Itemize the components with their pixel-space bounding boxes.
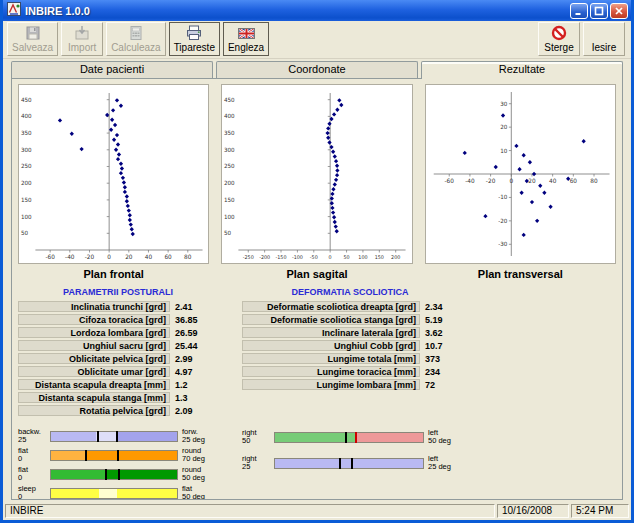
data-point — [326, 136, 330, 140]
uk-flag-icon — [238, 25, 255, 41]
svg-text:200: 200 — [21, 180, 32, 186]
svg-text:-60: -60 — [45, 254, 55, 260]
param-label: Oblicitate pelvica [grd] — [18, 353, 170, 364]
scoliotic-parameters-column: DEFORMATIA SCOLIOTICA Deformatie scoliot… — [242, 287, 468, 418]
gauge-segment — [356, 433, 423, 442]
data-point — [483, 214, 487, 218]
svg-text:50: 50 — [21, 230, 28, 236]
app-icon — [7, 2, 21, 20]
param-row: Deformatie scoliotica dreapta [grd]2.34 — [242, 301, 468, 312]
tab-date-pacienti[interactable]: Date pacienti — [11, 61, 213, 78]
gauge-left-label: backw.25 — [18, 428, 50, 444]
param-row: Lungime totala [mm]373 — [242, 353, 468, 364]
frontal-scatter-plot: -60-40-200204060805010015020025030035040… — [19, 86, 208, 262]
data-point — [338, 98, 342, 102]
import-button[interactable]: Import — [61, 22, 103, 56]
data-point — [493, 165, 497, 169]
param-label: Lungime lombara [mm] — [242, 379, 420, 390]
scoliotic-gauges: right50left50 degright25left25 deg — [242, 428, 466, 500]
gauge-row: right25left25 deg — [242, 455, 466, 471]
data-point — [117, 152, 121, 156]
gauge-marker — [351, 458, 353, 469]
gauge-marker — [116, 431, 118, 442]
svg-text:-20: -20 — [498, 218, 508, 224]
gauge-marker — [339, 458, 341, 469]
gauge-right-label: left50 deg — [424, 429, 466, 445]
param-label: Oblicitate umar [grd] — [18, 366, 170, 377]
svg-text:-100: -100 — [292, 254, 303, 260]
svg-text:-200: -200 — [259, 254, 270, 260]
data-point — [326, 126, 330, 130]
data-point — [527, 160, 531, 164]
close-button[interactable] — [610, 3, 628, 19]
no-entry-icon — [551, 25, 567, 41]
data-point — [532, 172, 536, 176]
titlebar[interactable]: INBIRE 1.0.0 — [3, 0, 631, 21]
data-point — [331, 150, 335, 154]
import-label: Import — [68, 42, 96, 53]
exit-button[interactable]: Iesire — [583, 22, 625, 56]
transversal-plot-title: Plan transversal — [425, 264, 616, 286]
data-point — [335, 229, 339, 233]
svg-text:-20: -20 — [85, 254, 95, 260]
calculator-icon — [128, 25, 144, 41]
tab-rezultate[interactable]: Rezultate — [421, 61, 623, 79]
gauge-segment — [117, 489, 177, 498]
data-point — [333, 182, 337, 186]
data-point — [521, 153, 525, 157]
svg-text:100: 100 — [224, 214, 235, 220]
data-point — [119, 171, 123, 175]
gauge-right-label: round50 deg — [178, 466, 220, 482]
gauge-segment — [51, 470, 106, 479]
transversal-scatter-plot: -60-40-20020406080-30-20-10102030 — [426, 86, 615, 262]
sagital-plot-column: -250-200-150-100-50050100150200501001502… — [221, 84, 412, 286]
calculate-button[interactable]: Calculeaza — [106, 22, 165, 56]
param-value: 26.59 — [170, 328, 198, 338]
sagital-scatter-plot: -250-200-150-100-50050100150200501001502… — [222, 86, 411, 262]
param-value: 4.97 — [170, 367, 193, 377]
svg-text:450: 450 — [21, 97, 32, 103]
param-row: Distanta scapula stanga [mm]1.3 — [18, 392, 228, 403]
data-point — [535, 219, 539, 223]
data-point — [128, 213, 132, 217]
delete-button[interactable]: Sterge — [538, 22, 580, 56]
data-point — [333, 220, 337, 224]
svg-text:80: 80 — [184, 254, 192, 260]
svg-text:30: 30 — [500, 101, 507, 107]
tab-strip: Date pacienti Coordonate Rezultate — [3, 59, 631, 78]
svg-text:50: 50 — [224, 230, 231, 236]
tab-coordonate[interactable]: Coordonate — [216, 61, 418, 78]
data-point — [548, 205, 552, 209]
data-point — [130, 227, 134, 231]
data-point — [119, 103, 123, 107]
param-value: 2.09 — [170, 406, 193, 416]
gauge-bar — [50, 469, 178, 480]
gauge-left-label: flat0 — [18, 466, 50, 482]
data-point — [519, 191, 523, 195]
gauge-segment — [275, 459, 423, 468]
svg-text:300: 300 — [21, 147, 32, 153]
minimize-button[interactable] — [570, 3, 588, 19]
param-value: 5.19 — [420, 315, 443, 325]
data-point — [462, 151, 466, 155]
param-value: 373 — [420, 354, 440, 364]
save-button[interactable]: Salveaza — [7, 22, 58, 56]
param-value: 25.44 — [170, 341, 198, 351]
param-value: 72 — [420, 380, 435, 390]
postural-parameters-column: PARAMETRII POSTURALI Inclinatia trunchi … — [18, 287, 228, 418]
data-point — [336, 168, 340, 172]
maximize-button[interactable] — [590, 3, 608, 19]
param-label: Lungime toracica [mm] — [242, 366, 420, 377]
language-button[interactable]: Engleza — [223, 22, 269, 56]
data-point — [501, 113, 505, 117]
language-print-label: Tipareste — [174, 42, 215, 53]
frontal-plot-title: Plan frontal — [18, 264, 209, 286]
data-point — [109, 128, 113, 132]
data-point — [331, 206, 335, 210]
print-button[interactable]: Tipareste — [169, 22, 220, 56]
data-point — [334, 224, 338, 228]
gauge-row: backw.25forw.25 deg — [18, 428, 232, 444]
exit-label: Iesire — [592, 42, 616, 53]
svg-text:80: 80 — [590, 178, 598, 184]
svg-text:-10: -10 — [498, 194, 508, 200]
